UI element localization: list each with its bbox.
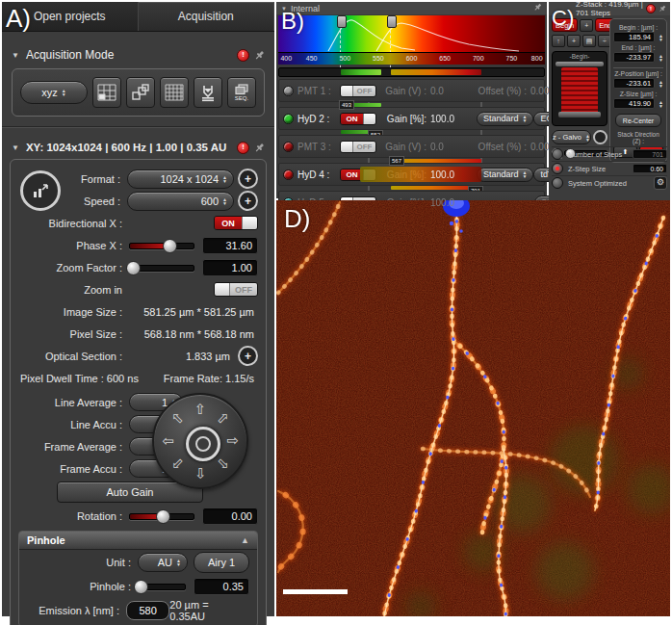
rotation-value[interactable]: 0.00: [202, 508, 258, 525]
pmt1-toggle[interactable]: OFF: [340, 85, 376, 97]
unit-select[interactable]: AU▲▼: [138, 553, 188, 572]
zsize-field-value[interactable]: 419.90: [613, 98, 655, 109]
pmt3-toggle[interactable]: OFF: [340, 141, 376, 153]
end-field-value[interactable]: -233.97: [613, 52, 655, 63]
emission-input[interactable]: 580: [126, 601, 169, 620]
load-stack-button[interactable]: [194, 77, 222, 108]
phase-x-value[interactable]: 31.60: [202, 237, 258, 254]
detector-panel: B) ▼ Internal 400 450 500 550 600 650 70…: [276, 2, 547, 198]
stepper-arrows-icon[interactable]: ▲▼: [659, 80, 663, 88]
format-select[interactable]: 1024 x 1024▲▼: [127, 169, 234, 189]
gain-value: 0.0: [430, 142, 473, 152]
hyd2-toggle[interactable]: ON: [340, 113, 376, 125]
add-position-button[interactable]: +: [567, 35, 581, 47]
copy-stack-button[interactable]: ▤: [582, 35, 596, 47]
confocal-image-panel: D): [276, 200, 670, 616]
stack-bottom-handle[interactable]: [558, 112, 601, 117]
system-optimized-radio[interactable]: [552, 177, 563, 189]
gear-icon[interactable]: ⚙: [654, 176, 667, 190]
zoom-factor-value[interactable]: 1.00: [202, 259, 258, 276]
option-number-of-steps: Number of Steps 701: [552, 146, 667, 161]
format-extra-button[interactable]: +: [238, 169, 258, 189]
gain-value[interactable]: 100.0: [430, 169, 473, 180]
speed-select[interactable]: 600▲▼: [127, 192, 234, 211]
stack-top-handle[interactable]: [556, 62, 604, 66]
grid-button[interactable]: [160, 77, 189, 108]
range-handle-493[interactable]: [340, 15, 341, 73]
channel-name: HyD 2 :: [297, 114, 340, 124]
pin-icon[interactable]: [533, 3, 542, 12]
dpad-arrow-right[interactable]: ⇧: [224, 433, 240, 449]
bidirectional-toggle[interactable]: ON: [214, 216, 258, 230]
z-step-size-radio[interactable]: [552, 163, 563, 174]
move-up-button[interactable]: ↑: [552, 35, 565, 47]
tile-scan-button[interactable]: [92, 77, 121, 108]
zposition-field-value[interactable]: -233.61: [613, 78, 655, 89]
stepper-arrows-icon[interactable]: ▲▼: [659, 100, 663, 108]
handle-grip[interactable]: [337, 15, 347, 28]
dpad-arrow-up-left[interactable]: ⇧: [167, 407, 189, 430]
seq-button[interactable]: SEQ.: [227, 77, 256, 108]
collapse-up-triangle-icon: ▲: [241, 535, 249, 545]
tick-800: 800: [531, 55, 543, 62]
galvo-indicator-icon[interactable]: [593, 130, 607, 144]
recenter-button[interactable]: Re-Center: [615, 114, 661, 127]
rotation-slider[interactable]: [129, 508, 194, 523]
z-step-size-value[interactable]: 0.60: [633, 164, 667, 173]
hyd4-mode-select[interactable]: Standard▲▼: [477, 168, 533, 182]
pixel-dwell-text: Pixel Dwell Time : 600 ns: [18, 373, 139, 384]
dpad-arrow-down[interactable]: ⇧: [193, 465, 208, 481]
airy-button[interactable]: Airy 1: [194, 552, 249, 573]
gain-label: Gain (V) :: [376, 142, 430, 152]
range-handle-567[interactable]: [390, 15, 391, 73]
internal-header[interactable]: ▼ Internal: [276, 2, 547, 14]
optical-section-extra-button[interactable]: +: [238, 346, 258, 366]
hyd2-mode-select[interactable]: Standard▲▼: [477, 112, 533, 126]
dpad-arrow-up[interactable]: ⇧: [193, 402, 208, 417]
tick-700: 700: [473, 55, 484, 62]
emission-note: 20 µm = 0.35AU: [169, 599, 249, 622]
channel-row-pmt1: PMT 1 : OFF Gain (V) : 0.0 Offset (%) : …: [278, 79, 545, 102]
pixel-size-value: 568.18 nm * 568.18 nm: [129, 328, 258, 340]
tab-acquisition[interactable]: Acquisition: [139, 2, 275, 31]
zsize-field-label: Z-Size [µm] :: [613, 91, 663, 97]
mosaic-button[interactable]: [126, 77, 155, 108]
begin-stepper[interactable]: +: [580, 19, 593, 32]
stepper-arrows-icon[interactable]: ▲▼: [659, 54, 663, 62]
phase-x-slider[interactable]: [129, 238, 194, 252]
zoom-in-toggle[interactable]: OFF: [214, 282, 258, 297]
resolution-chart-icon: [20, 170, 61, 211]
zoom-factor-slider[interactable]: [129, 260, 194, 274]
dpad-center-button[interactable]: [186, 427, 220, 461]
pin-icon[interactable]: [254, 50, 265, 61]
dpad-arrow-left[interactable]: ⇧: [161, 433, 176, 449]
wavelength-axis: 400 450 500 550 600 650 700 750 800: [278, 52, 545, 65]
dpad-arrow-down-left[interactable]: ⇧: [167, 453, 189, 475]
dpad-arrow-up-right[interactable]: ⇧: [212, 407, 234, 430]
z-galvo-select[interactable]: z - Galvo▲▼: [552, 130, 591, 144]
acquisition-mode-header[interactable]: ▼ Acquisition Mode !: [2, 45, 274, 65]
pinhole-value[interactable]: 0.35: [194, 578, 249, 595]
tdtomato-range-segment[interactable]: [391, 69, 481, 75]
number-of-steps-value[interactable]: 701: [633, 149, 667, 159]
pinhole-header[interactable]: Pinhole ▲: [19, 532, 257, 550]
xy-section-header[interactable]: ▼ XY: 1024x1024 | 600 Hz | 1.00 | 0.35 A…: [2, 138, 274, 157]
pinhole-slider[interactable]: [138, 579, 186, 593]
pin-icon[interactable]: [254, 143, 265, 153]
mode-select[interactable]: xyz▲▼: [20, 81, 88, 104]
begin-field-value[interactable]: 185.94: [613, 32, 655, 42]
detection-range-bar: [278, 67, 545, 77]
stepper-arrows-icon[interactable]: ▲▼: [659, 34, 663, 41]
gain-value[interactable]: 100.0: [430, 114, 473, 124]
speed-extra-button[interactable]: +: [238, 191, 258, 211]
pin-icon[interactable]: [659, 5, 666, 13]
number-of-steps-radio[interactable]: [552, 148, 563, 160]
optical-section-value: 1.833 µm: [129, 351, 234, 362]
zstack-fields-box: Begin : [µm] : 185.94▲▼ End : [µm] : -23…: [609, 18, 667, 163]
handle-grip[interactable]: [387, 15, 397, 28]
toggle-knob: [242, 217, 257, 229]
pinhole-section: Pinhole ▲ Unit : AU▲▼ Airy 1 Pinhole : 0…: [18, 531, 258, 625]
acquisition-mode-title: Acquisition Mode: [26, 48, 114, 62]
frame-rate-text: Frame Rate: 1.15/s: [164, 373, 258, 384]
egfp-range-segment[interactable]: [341, 69, 381, 75]
